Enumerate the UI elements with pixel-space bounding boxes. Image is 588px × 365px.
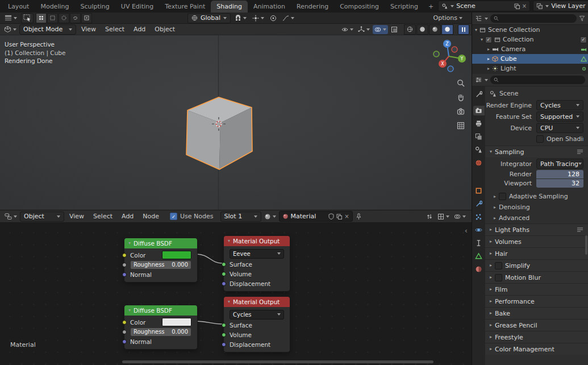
tab-scene[interactable] [473,145,485,155]
feature-set-dropdown[interactable]: Supported [536,111,583,122]
tab-view-layer[interactable] [473,132,485,142]
pin-button[interactable] [354,212,364,221]
preset-menu-icon[interactable] [577,227,583,233]
shading-wireframe-button[interactable] [404,24,416,35]
shader-editor-type-button[interactable] [3,212,19,221]
overlays-dropdown[interactable] [373,25,388,34]
3d-viewport[interactable]: User Perspective (1) Collection | Cube R… [0,35,472,210]
node-header[interactable]: ▾ Diffuse BSDF [124,238,197,248]
material-name-field[interactable]: Material × [279,211,353,222]
node-material-output-1[interactable]: ▾ Material Output Eevee Surface Volume [223,235,290,292]
tab-constraints[interactable] [473,238,485,248]
color-swatch[interactable] [162,251,191,259]
collapse-triangle-icon[interactable]: ▾ [228,300,230,304]
simplify-checkbox[interactable] [495,262,502,269]
shading-rendered-button[interactable] [441,24,453,35]
osl-toggle[interactable]: Open Shading Lang... [536,135,583,143]
viewport-editor-type-button[interactable] [2,25,18,34]
snap-target-button[interactable] [251,14,266,23]
expand-triangle-icon[interactable]: ▾ [481,38,483,42]
node-diffuse-bsdf-1[interactable]: ▾ Diffuse BSDF BSDF Color Roughness [124,238,198,283]
tab-uv-editing[interactable]: UV Editing [115,1,159,13]
select-mode-circle[interactable] [59,13,69,23]
menu-select[interactable]: Select [101,26,128,33]
collapse-triangle-icon[interactable]: ▾ [128,241,131,246]
shading-material-button[interactable] [429,24,441,35]
snap-toggle-button[interactable] [233,14,248,23]
color-swatch[interactable] [162,318,191,326]
subpanel-denoising[interactable]: ▸ Denoising [485,202,588,213]
volume-input-socket[interactable] [222,333,226,337]
node-material-output-2[interactable]: ▾ Material Output Cycles Surface Volume [223,296,290,352]
collection-checkbox[interactable]: ✓ [485,36,492,43]
cube-object[interactable] [186,97,252,169]
light-data-icon[interactable] [581,66,587,72]
use-nodes-toggle[interactable]: ✓ Use Nodes [170,213,214,220]
panel-grease-pencil[interactable]: ▸ Grease Pencil [485,319,588,331]
expand-triangle-icon[interactable]: ▾ [475,28,477,32]
node-header[interactable]: ▾ Diffuse BSDF [124,305,197,316]
shading-solid-button[interactable] [416,24,428,35]
expand-triangle-icon[interactable]: ▸ [487,57,490,61]
expand-triangle-icon[interactable]: ▸ [487,67,490,71]
snapping-button[interactable] [436,212,451,221]
tab-tool[interactable] [473,90,485,99]
navigation-gizmo[interactable]: Z Y X [430,38,468,75]
roughness-slider[interactable]: Roughness 0.000 [130,260,191,269]
tab-animation[interactable]: Animation [248,1,291,13]
properties-search-input[interactable] [490,76,585,84]
panel-color-management[interactable]: ▸ Color Management [485,343,588,355]
outliner-row-camera[interactable]: ▸ Camera [472,44,588,54]
panel-light-paths[interactable]: ▸ Light Paths [485,223,588,235]
camera-view-icon[interactable] [456,107,465,116]
expand-triangle-icon[interactable]: ▸ [487,47,490,52]
panel-freestyle[interactable]: ▸ Freestyle [485,331,588,343]
filter-icon[interactable] [579,15,585,22]
pause-render-button[interactable] [458,24,469,35]
tab-world[interactable] [473,158,485,168]
surface-input-socket[interactable] [222,323,226,327]
xray-toggle[interactable] [389,25,399,34]
menu-add[interactable]: Add [130,26,149,33]
se-menu-add[interactable]: Add [118,213,137,220]
roughness-slider[interactable]: Roughness 0.000 [130,327,191,337]
copy-icon[interactable] [514,3,520,9]
zoom-icon[interactable] [456,78,465,88]
panel-film[interactable]: ▸ Film [485,283,588,295]
shader-type-dropdown[interactable]: Object [20,211,64,222]
tab-layout[interactable]: Layout [2,1,35,13]
tab-object-data[interactable] [473,251,485,261]
properties-scrollbar[interactable] [585,235,587,255]
tab-object[interactable] [473,186,485,196]
close-icon[interactable]: × [522,3,527,9]
parent-links-button[interactable] [424,212,435,221]
tab-material[interactable] [473,264,485,274]
sidebar-collapse-icon[interactable]: ‹ [465,226,468,235]
se-menu-view[interactable]: View [65,213,88,220]
panel-simplify[interactable]: ▸ Simplify [485,259,588,271]
se-menu-node[interactable]: Node [139,213,163,220]
editor-type-button[interactable] [3,14,19,23]
panel-bake[interactable]: ▸ Bake [485,307,588,319]
surface-input-socket[interactable] [222,262,226,267]
select-mode-box[interactable] [47,13,58,23]
render-samples-field[interactable]: 128 [536,170,583,179]
render-engine-dropdown[interactable]: Cycles [536,100,583,110]
tab-shading[interactable]: Shading [211,1,248,13]
displacement-input-socket[interactable] [222,342,226,347]
breadcrumb[interactable]: Scene [485,88,588,99]
outliner-search-input[interactable] [490,14,577,23]
mode-dropdown[interactable]: Object Mode [19,24,76,35]
tab-modeling[interactable]: Modeling [35,1,74,13]
proportional-falloff-button[interactable] [281,14,296,23]
pan-hand-icon[interactable] [456,93,465,102]
displacement-input-socket[interactable] [222,281,226,286]
horizontal-scrollbar[interactable] [122,360,433,363]
exclude-checkbox[interactable]: ✓ [580,36,587,43]
roughness-input-socket[interactable] [122,263,127,267]
select-mode-tweak[interactable] [36,13,47,23]
normal-input-socket[interactable] [122,272,127,277]
tab-sculpting[interactable]: Sculpting [74,1,115,13]
scene-selector[interactable]: Scene × [438,1,530,11]
copy-icon[interactable] [336,214,342,219]
